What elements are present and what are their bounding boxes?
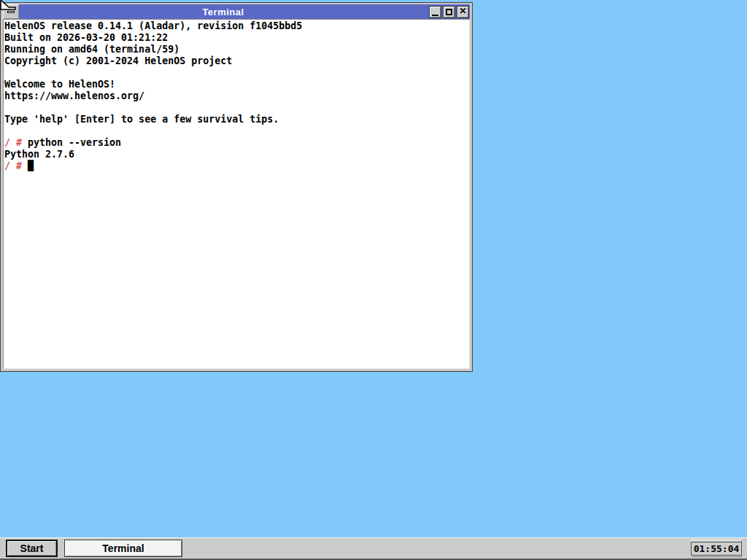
terminal-line: HelenOS release 0.14.1 (Aladar), revisio… — [4, 20, 469, 32]
window-menu-icon — [7, 11, 15, 13]
window-title: Terminal — [202, 7, 244, 18]
terminal-line: Type 'help' [Enter] to see a few surviva… — [4, 114, 469, 125]
terminal-line: Running on amd64 (terminal/59) — [4, 44, 469, 55]
maximize-button[interactable] — [443, 6, 455, 18]
terminal-line — [4, 125, 469, 137]
terminal-line: Python 2.7.6 — [4, 149, 469, 160]
terminal-line: Welcome to HelenOS! — [4, 79, 469, 90]
terminal-line: / # python --version — [4, 137, 469, 149]
window-titlebar[interactable]: Terminal ✕ — [3, 4, 470, 19]
terminal-line: Copyright (c) 2001-2024 HelenOS project — [4, 55, 469, 67]
close-button[interactable]: ✕ — [457, 6, 469, 18]
window-controls: ✕ — [427, 4, 470, 19]
taskbar-window-button-terminal[interactable]: Terminal — [64, 540, 182, 557]
terminal-line — [4, 67, 469, 79]
terminal-window: Terminal ✕ HelenOS release 0.14.1 (Alada… — [0, 2, 473, 372]
taskbar-clock: 01:55:04 — [691, 540, 742, 557]
start-button[interactable]: Start — [6, 540, 58, 557]
terminal-screen[interactable]: HelenOS release 0.14.1 (Aladar), revisio… — [3, 19, 470, 369]
terminal-line: https://www.helenos.org/ — [4, 90, 469, 102]
close-icon: ✕ — [459, 7, 466, 15]
minimize-button[interactable] — [429, 6, 441, 18]
desktop: { "window": { "title": "Terminal", "cont… — [0, 0, 747, 560]
maximize-icon — [446, 9, 452, 15]
terminal-line: / # █ — [4, 160, 469, 172]
taskbar: Start Terminal 01:55:04 — [0, 537, 747, 560]
clock-value: 01:55:04 — [691, 542, 743, 556]
terminal-line — [4, 102, 469, 114]
terminal-line: Built on 2026-03-20 01:21:22 — [4, 32, 469, 44]
minimize-icon — [432, 15, 438, 16]
window-menu-button[interactable] — [3, 4, 19, 19]
window-title-area: Terminal — [19, 4, 427, 19]
